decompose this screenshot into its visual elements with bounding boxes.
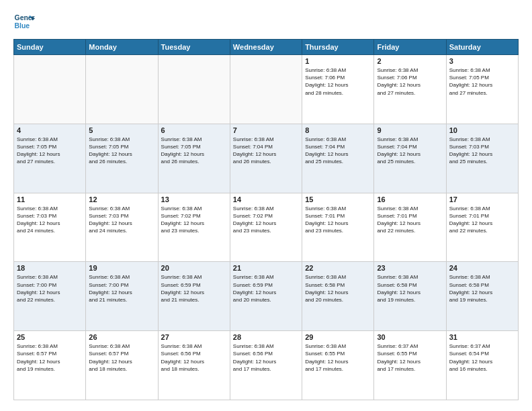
day-number: 18 [17, 264, 83, 272]
week-row-3: 11Sunrise: 6:38 AM Sunset: 7:03 PM Dayli… [14, 193, 519, 262]
day-cell: 2Sunrise: 6:38 AM Sunset: 7:06 PM Daylig… [374, 55, 446, 124]
day-number: 28 [233, 333, 299, 341]
day-number: 19 [89, 264, 154, 272]
day-cell: 3Sunrise: 6:38 AM Sunset: 7:05 PM Daylig… [446, 55, 518, 124]
logo-icon: General Blue [13, 11, 35, 32]
day-cell: 20Sunrise: 6:38 AM Sunset: 6:59 PM Dayli… [158, 262, 230, 331]
day-number: 16 [377, 195, 443, 203]
day-cell: 14Sunrise: 6:38 AM Sunset: 7:02 PM Dayli… [230, 193, 302, 262]
week-row-1: 1Sunrise: 6:38 AM Sunset: 7:06 PM Daylig… [14, 55, 519, 124]
day-info: Sunrise: 6:38 AM Sunset: 6:59 PM Dayligh… [161, 273, 227, 304]
day-cell: 4Sunrise: 6:38 AM Sunset: 7:05 PM Daylig… [14, 124, 86, 193]
weekday-header-saturday: Saturday [446, 40, 518, 55]
day-info: Sunrise: 6:37 AM Sunset: 6:54 PM Dayligh… [449, 342, 515, 373]
day-info: Sunrise: 6:37 AM Sunset: 6:55 PM Dayligh… [377, 342, 443, 373]
day-info: Sunrise: 6:38 AM Sunset: 7:01 PM Dayligh… [377, 205, 443, 235]
day-info: Sunrise: 6:38 AM Sunset: 7:05 PM Dayligh… [17, 136, 83, 166]
day-number: 31 [449, 333, 515, 341]
svg-text:Blue: Blue [15, 22, 30, 30]
day-info: Sunrise: 6:38 AM Sunset: 7:03 PM Dayligh… [89, 205, 154, 235]
weekday-header-sunday: Sunday [14, 40, 86, 55]
day-info: Sunrise: 6:38 AM Sunset: 7:00 PM Dayligh… [89, 273, 154, 304]
day-number: 8 [305, 126, 371, 134]
day-info: Sunrise: 6:38 AM Sunset: 7:03 PM Dayligh… [17, 205, 83, 235]
weekday-header-monday: Monday [86, 40, 158, 55]
day-cell: 19Sunrise: 6:38 AM Sunset: 7:00 PM Dayli… [86, 262, 158, 331]
day-cell: 25Sunrise: 6:38 AM Sunset: 6:57 PM Dayli… [14, 331, 86, 400]
day-info: Sunrise: 6:38 AM Sunset: 6:59 PM Dayligh… [233, 273, 299, 304]
day-number: 5 [89, 126, 154, 134]
week-row-5: 25Sunrise: 6:38 AM Sunset: 6:57 PM Dayli… [14, 331, 519, 400]
day-number: 20 [161, 264, 227, 272]
day-info: Sunrise: 6:38 AM Sunset: 7:03 PM Dayligh… [449, 136, 515, 166]
day-number: 22 [305, 264, 371, 272]
day-info: Sunrise: 6:38 AM Sunset: 7:04 PM Dayligh… [305, 136, 371, 166]
day-info: Sunrise: 6:38 AM Sunset: 7:02 PM Dayligh… [233, 205, 299, 235]
day-cell [14, 55, 86, 124]
week-row-2: 4Sunrise: 6:38 AM Sunset: 7:05 PM Daylig… [14, 124, 519, 193]
header: General Blue [13, 11, 519, 32]
week-row-4: 18Sunrise: 6:38 AM Sunset: 7:00 PM Dayli… [14, 262, 519, 331]
day-info: Sunrise: 6:38 AM Sunset: 7:02 PM Dayligh… [161, 205, 227, 235]
day-cell: 22Sunrise: 6:38 AM Sunset: 6:58 PM Dayli… [302, 262, 374, 331]
day-info: Sunrise: 6:38 AM Sunset: 6:58 PM Dayligh… [377, 273, 443, 304]
day-info: Sunrise: 6:38 AM Sunset: 7:04 PM Dayligh… [377, 136, 443, 166]
weekday-header-friday: Friday [374, 40, 446, 55]
day-info: Sunrise: 6:38 AM Sunset: 7:04 PM Dayligh… [233, 136, 299, 166]
day-number: 30 [377, 333, 443, 341]
day-cell: 24Sunrise: 6:38 AM Sunset: 6:58 PM Dayli… [446, 262, 518, 331]
day-cell [158, 55, 230, 124]
day-cell: 15Sunrise: 6:38 AM Sunset: 7:01 PM Dayli… [302, 193, 374, 262]
day-cell: 21Sunrise: 6:38 AM Sunset: 6:59 PM Dayli… [230, 262, 302, 331]
weekday-header-row: SundayMondayTuesdayWednesdayThursdayFrid… [14, 40, 519, 55]
day-info: Sunrise: 6:38 AM Sunset: 7:01 PM Dayligh… [449, 205, 515, 235]
day-info: Sunrise: 6:38 AM Sunset: 7:05 PM Dayligh… [161, 136, 227, 166]
day-info: Sunrise: 6:38 AM Sunset: 6:56 PM Dayligh… [161, 342, 227, 373]
day-cell: 18Sunrise: 6:38 AM Sunset: 7:00 PM Dayli… [14, 262, 86, 331]
day-cell: 1Sunrise: 6:38 AM Sunset: 7:06 PM Daylig… [302, 55, 374, 124]
day-cell: 13Sunrise: 6:38 AM Sunset: 7:02 PM Dayli… [158, 193, 230, 262]
day-number: 27 [161, 333, 227, 341]
day-number: 25 [17, 333, 83, 341]
weekday-header-wednesday: Wednesday [230, 40, 302, 55]
day-info: Sunrise: 6:38 AM Sunset: 7:06 PM Dayligh… [305, 66, 371, 97]
calendar: SundayMondayTuesdayWednesdayThursdayFrid… [13, 39, 519, 400]
weekday-header-tuesday: Tuesday [158, 40, 230, 55]
day-info: Sunrise: 6:38 AM Sunset: 7:05 PM Dayligh… [449, 66, 515, 97]
day-info: Sunrise: 6:38 AM Sunset: 6:57 PM Dayligh… [89, 342, 154, 373]
day-number: 14 [233, 195, 299, 203]
day-number: 15 [305, 195, 371, 203]
day-cell: 28Sunrise: 6:38 AM Sunset: 6:56 PM Dayli… [230, 331, 302, 400]
day-number: 29 [305, 333, 371, 341]
day-cell: 5Sunrise: 6:38 AM Sunset: 7:05 PM Daylig… [86, 124, 158, 193]
day-cell: 17Sunrise: 6:38 AM Sunset: 7:01 PM Dayli… [446, 193, 518, 262]
day-cell [86, 55, 158, 124]
day-cell: 8Sunrise: 6:38 AM Sunset: 7:04 PM Daylig… [302, 124, 374, 193]
day-cell: 30Sunrise: 6:37 AM Sunset: 6:55 PM Dayli… [374, 331, 446, 400]
logo: General Blue [13, 11, 38, 32]
day-info: Sunrise: 6:38 AM Sunset: 6:55 PM Dayligh… [305, 342, 371, 373]
day-cell: 11Sunrise: 6:38 AM Sunset: 7:03 PM Dayli… [14, 193, 86, 262]
day-info: Sunrise: 6:38 AM Sunset: 6:56 PM Dayligh… [233, 342, 299, 373]
day-number: 23 [377, 264, 443, 272]
day-number: 13 [161, 195, 227, 203]
day-cell: 26Sunrise: 6:38 AM Sunset: 6:57 PM Dayli… [86, 331, 158, 400]
day-number: 1 [305, 57, 371, 65]
day-info: Sunrise: 6:38 AM Sunset: 7:01 PM Dayligh… [305, 205, 371, 235]
day-info: Sunrise: 6:38 AM Sunset: 7:06 PM Dayligh… [377, 66, 443, 97]
day-number: 6 [161, 126, 227, 134]
day-number: 12 [89, 195, 154, 203]
day-info: Sunrise: 6:38 AM Sunset: 6:58 PM Dayligh… [449, 273, 515, 304]
day-cell: 9Sunrise: 6:38 AM Sunset: 7:04 PM Daylig… [374, 124, 446, 193]
day-number: 11 [17, 195, 83, 203]
day-number: 26 [89, 333, 154, 341]
day-info: Sunrise: 6:38 AM Sunset: 6:57 PM Dayligh… [17, 342, 83, 373]
day-number: 3 [449, 57, 515, 65]
day-number: 17 [449, 195, 515, 203]
day-cell: 7Sunrise: 6:38 AM Sunset: 7:04 PM Daylig… [230, 124, 302, 193]
weekday-header-thursday: Thursday [302, 40, 374, 55]
day-info: Sunrise: 6:38 AM Sunset: 6:58 PM Dayligh… [305, 273, 371, 304]
day-cell: 23Sunrise: 6:38 AM Sunset: 6:58 PM Dayli… [374, 262, 446, 331]
day-cell: 27Sunrise: 6:38 AM Sunset: 6:56 PM Dayli… [158, 331, 230, 400]
day-cell: 16Sunrise: 6:38 AM Sunset: 7:01 PM Dayli… [374, 193, 446, 262]
